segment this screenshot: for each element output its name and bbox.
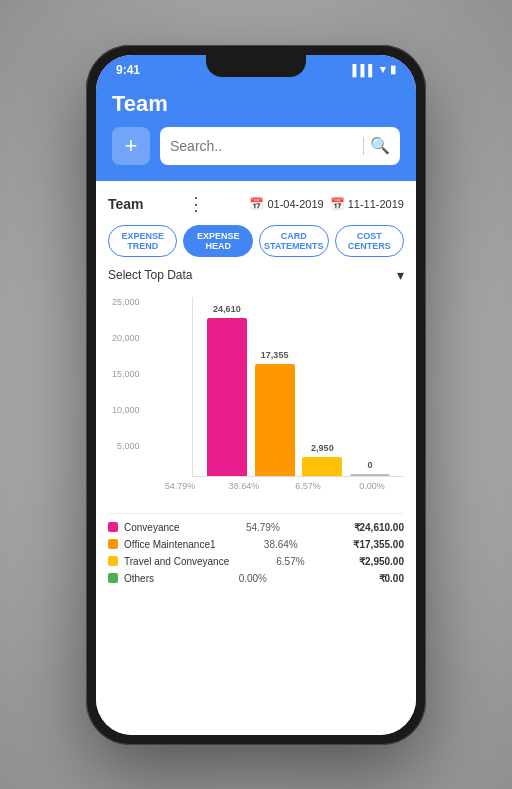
x-label-0: 54.79%: [160, 481, 200, 491]
tabs-row: EXPENSE TREND EXPENSE HEAD CARD STATEMEN…: [108, 225, 404, 257]
x-label-1: 38.64%: [224, 481, 264, 491]
y-label-5000: 5,000: [117, 441, 140, 451]
search-divider: [363, 137, 364, 155]
legend-left-others: Others: [108, 573, 154, 584]
legend-item-others: Others 0.00% ₹0.00: [108, 573, 404, 584]
legend-pct-travel: 6.57%: [269, 556, 305, 567]
legend-item-travel: Travel and Conveyance 6.57% ₹2,950.00: [108, 556, 404, 567]
date-to: 📅 11-11-2019: [330, 197, 404, 211]
bar-office: [255, 364, 295, 476]
chart-bars-area: 24,610 17,355 2,950: [192, 297, 404, 477]
search-box: 🔍: [160, 127, 400, 165]
battery-icon: ▮: [390, 63, 396, 76]
date-from: 📅 01-04-2019: [249, 197, 323, 211]
wifi-icon: ▾: [380, 63, 386, 76]
legend-name-office: Office Maintenance1: [124, 539, 216, 550]
x-axis: 54.79% 38.64% 6.57% 0.00%: [148, 481, 404, 491]
phone-frame: 9:41 ▌▌▌ ▾ ▮ Team + 🔍 Team: [86, 45, 426, 745]
select-top-data-row: Select Top Data ▾: [108, 267, 404, 283]
bar-group-conveyance: 24,610: [207, 304, 247, 476]
legend-pct-conveyance: 54.79%: [244, 522, 280, 533]
tab-cost-centers[interactable]: COST CENTERS: [335, 225, 404, 257]
phone-screen: 9:41 ▌▌▌ ▾ ▮ Team + 🔍 Team: [96, 55, 416, 735]
page-title: Team: [112, 91, 400, 117]
y-axis: 25,000 20,000 15,000 10,000 5,000: [112, 297, 144, 477]
tab-expense-trend[interactable]: EXPENSE TREND: [108, 225, 177, 257]
header: Team + 🔍: [96, 81, 416, 181]
date-range: 📅 01-04-2019 📅 11-11-2019: [249, 197, 404, 211]
tab-expense-head[interactable]: EXPENSE HEAD: [183, 225, 252, 257]
chevron-down-icon[interactable]: ▾: [397, 267, 404, 283]
y-label-20000: 20,000: [112, 333, 140, 343]
team-header-row: Team ⋮ 📅 01-04-2019 📅 11-11-2019: [108, 193, 404, 215]
legend-name-conveyance: Conveyance: [124, 522, 180, 533]
date-from-value: 01-04-2019: [267, 198, 323, 210]
calendar-from-icon: 📅: [249, 197, 264, 211]
date-to-value: 11-11-2019: [348, 198, 404, 210]
bar-group-office: 17,355: [255, 350, 295, 476]
legend-name-others: Others: [124, 573, 154, 584]
status-time: 9:41: [116, 63, 140, 77]
bar-value-others: 0: [368, 460, 373, 470]
add-button[interactable]: +: [112, 127, 150, 165]
y-label-15000: 15,000: [112, 369, 140, 379]
legend-pct-others: 0.00%: [231, 573, 267, 584]
bar-group-others: 0: [350, 460, 390, 476]
menu-dots-button[interactable]: ⋮: [187, 193, 205, 215]
select-top-data-label: Select Top Data: [108, 268, 193, 282]
team-name-label: Team: [108, 196, 144, 212]
chart-container: 25,000 20,000 15,000 10,000 5,000 24,610: [108, 297, 404, 501]
legend-amount-conveyance: ₹24,610.00: [344, 522, 404, 533]
x-label-2: 6.57%: [288, 481, 328, 491]
legend-dot-office: [108, 539, 118, 549]
chart-legend: Conveyance 54.79% ₹24,610.00 Office Main…: [108, 513, 404, 584]
status-icons: ▌▌▌ ▾ ▮: [353, 63, 396, 76]
legend-dot-conveyance: [108, 522, 118, 532]
bar-value-travel: 2,950: [311, 443, 334, 453]
notch: [206, 55, 306, 77]
legend-item-conveyance: Conveyance 54.79% ₹24,610.00: [108, 522, 404, 533]
legend-left-travel: Travel and Conveyance: [108, 556, 229, 567]
legend-pct-office: 38.64%: [262, 539, 298, 550]
y-label-10000: 10,000: [112, 405, 140, 415]
legend-amount-travel: ₹2,950.00: [344, 556, 404, 567]
legend-dot-others: [108, 573, 118, 583]
content-area: Team ⋮ 📅 01-04-2019 📅 11-11-2019 EXPENSE…: [96, 181, 416, 735]
search-icon[interactable]: 🔍: [370, 136, 390, 155]
bar-value-office: 17,355: [261, 350, 289, 360]
legend-amount-others: ₹0.00: [344, 573, 404, 584]
legend-name-travel: Travel and Conveyance: [124, 556, 229, 567]
search-input[interactable]: [170, 138, 357, 154]
legend-item-office: Office Maintenance1 38.64% ₹17,355.00: [108, 539, 404, 550]
bar-conveyance: [207, 318, 247, 476]
bar-others: [350, 474, 390, 476]
legend-amount-office: ₹17,355.00: [344, 539, 404, 550]
legend-dot-travel: [108, 556, 118, 566]
y-label-25000: 25,000: [112, 297, 140, 307]
search-row: + 🔍: [112, 127, 400, 165]
bar-group-travel: 2,950: [302, 443, 342, 476]
signal-icon: ▌▌▌: [353, 64, 376, 76]
bar-value-conveyance: 24,610: [213, 304, 241, 314]
bar-travel: [302, 457, 342, 476]
x-label-3: 0.00%: [352, 481, 392, 491]
legend-left-conveyance: Conveyance: [108, 522, 180, 533]
tab-card-statements[interactable]: CARD STATEMENTS: [259, 225, 329, 257]
legend-left-office: Office Maintenance1: [108, 539, 216, 550]
calendar-to-icon: 📅: [330, 197, 345, 211]
